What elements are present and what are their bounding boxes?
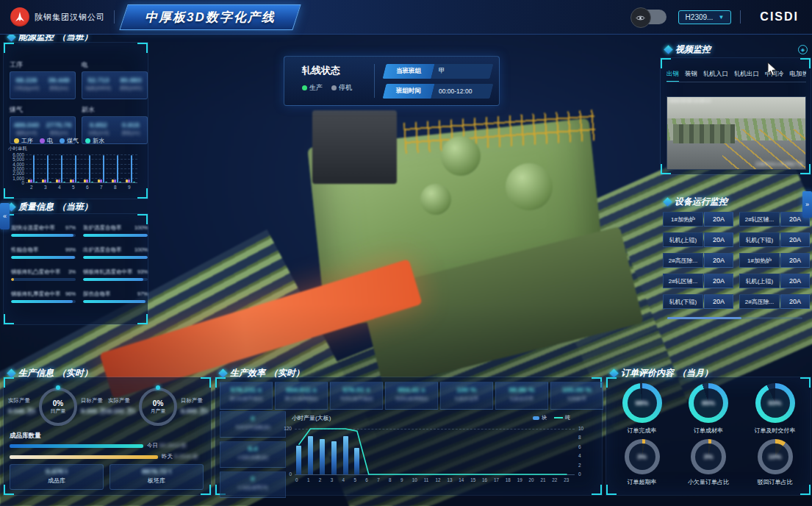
energy-legend-item[interactable]: 电	[40, 137, 53, 145]
device-current-value: 20A	[780, 274, 810, 288]
energy-unit: 累耗(kWh)	[115, 85, 147, 92]
energy-unit: 累耗(tce)	[43, 85, 75, 92]
video-tab[interactable]: 电加热	[790, 70, 807, 79]
panel-video-monitor: 视频监控 ◈ 出钢 装钢 轧机入口 轧机出口	[660, 57, 811, 175]
header-divider	[114, 10, 115, 24]
stat-value: 654.41 s	[386, 385, 437, 393]
bar-prefix: 昨天	[162, 453, 173, 460]
monthly-output-gauge: 实际产量 0.102 万t 0% 月产量 目标产量 5.000 万t	[108, 388, 208, 426]
quality-progress-fill	[11, 256, 75, 259]
quality-progress-fill	[83, 300, 145, 303]
legend-label: 工序	[21, 137, 33, 145]
box-value: 8.4	[220, 444, 285, 452]
device-cell[interactable]: 2#高压除... 20A	[663, 253, 733, 268]
slab-stock-box[interactable]: 8876.72 t 板坯库	[109, 464, 204, 490]
vertical-divider	[374, 64, 375, 98]
donut-chart: 93%	[755, 383, 795, 423]
visibility-toggle[interactable]	[633, 10, 667, 24]
quality-progress-track	[83, 300, 148, 303]
stat-label: 累计轧制周期(s)	[276, 396, 327, 402]
quality-label: 钢板终轧凸度命中率	[11, 268, 61, 276]
quality-percent: 96%	[65, 291, 76, 296]
efficiency-stat-card: 576.01 s 当班轧制节奏(s)	[330, 382, 383, 410]
gauge-label: 订单完成率	[628, 427, 657, 435]
panel-title: 设备运行监控	[675, 196, 727, 208]
energy-value: 68.226	[10, 76, 43, 84]
video-tab[interactable]: 出钢	[667, 70, 679, 79]
efficiency-stat-card: 98.86 % 轧机负荷率	[495, 382, 548, 410]
finished-stock-box[interactable]: 0.476 t 成品库	[10, 464, 104, 490]
status-legend-stop: 停机	[331, 83, 352, 93]
camera-switch-icon[interactable]: ◈	[798, 45, 808, 54]
quality-item: 装炉温度合格率 100%	[83, 224, 148, 237]
stock-label: 成品库	[10, 477, 103, 485]
efficiency-stat-card: 100.00 % 轧制效率	[550, 382, 603, 410]
diamond-icon	[663, 197, 672, 207]
stock-value: 0.476 t	[10, 467, 103, 475]
device-label: 2#轧区辅...	[663, 274, 703, 288]
energy-unit: 煤耗(m³/t)	[10, 130, 43, 137]
video-feed[interactable]: 2023-09-08 10:28:13 汉钢3500mm中厚板产线	[667, 96, 806, 170]
stat-value: 98.86 %	[496, 385, 547, 393]
collapse-left-tab[interactable]: «	[0, 203, 10, 229]
donut-chart: 95%	[689, 383, 728, 423]
legend-label: 煤气	[67, 137, 79, 145]
video-tab[interactable]: 轧机入口	[703, 70, 728, 79]
device-label: 2#高压除...	[739, 294, 780, 309]
energy-unit: 水耗(m³/t)	[82, 130, 115, 137]
collapse-right-tab[interactable]: »	[802, 191, 812, 218]
quality-item: 出炉温度合格率 100%	[83, 246, 148, 259]
energy-value: 6.652	[82, 121, 115, 129]
device-cell[interactable]: 2#轧区辅... 20A	[739, 212, 810, 227]
efficiency-stat-card: 576.231 s 累计轧制节奏(s)	[220, 382, 273, 410]
video-tab[interactable]: 中间冷	[765, 70, 784, 79]
scrollbar-thumb[interactable]	[667, 317, 741, 319]
efficiency-stat-card: 654.41 s 当班轧制周期(s)	[385, 382, 438, 410]
device-cell[interactable]: 轧机(上辊) 20A	[663, 232, 733, 247]
cisdi-logo: CISDI	[760, 10, 799, 24]
device-cell[interactable]: 轧机(下辊) 20A	[663, 294, 733, 309]
device-cell[interactable]: 2#轧区辅... 20A	[663, 274, 733, 288]
quality-progress-track	[83, 234, 148, 237]
shift-time-value: 00:00-12:00	[439, 88, 472, 95]
order-gauge: 98% 订单完成率	[611, 383, 673, 435]
device-cell[interactable]: 1#加热炉 20A	[663, 212, 733, 227]
shift-time-row: 班组时间 00:00-12:00	[383, 84, 494, 99]
video-tab-label: 轧机入口	[703, 70, 728, 77]
legend-label: 生产	[309, 83, 323, 93]
devices-scrollbar[interactable]	[667, 317, 802, 319]
donut-chart: 98%	[622, 383, 662, 423]
energy-legend-item[interactable]: 工序	[14, 137, 33, 145]
device-label: 轧机(上辊)	[663, 232, 703, 247]
video-tab[interactable]: 轧机出口	[734, 70, 759, 79]
today-stock-label: 今日 63.2013 块	[147, 442, 187, 449]
device-cell[interactable]: 轧机(下辊) 20A	[739, 232, 810, 247]
quality-progress-track	[11, 234, 76, 237]
device-cell[interactable]: 2#高压除... 20A	[739, 294, 810, 309]
video-tab[interactable]: 装钢	[685, 70, 697, 79]
legend-dot-icon	[85, 138, 90, 143]
legend-tons: 吨	[554, 414, 570, 421]
legend-blocks: 块	[533, 414, 547, 421]
quality-label: 钢板终轧厚度命中率	[11, 291, 61, 298]
diamond-icon	[7, 368, 16, 378]
panel-quality-info: 质量信息 （当班） 超快冷温度命中率 97% 装炉温度合格率	[3, 213, 148, 325]
shift-label: 当班班组	[396, 67, 421, 76]
energy-legend-item[interactable]: 新水	[85, 137, 104, 145]
legend-dot-icon	[40, 138, 45, 143]
eye-icon	[630, 7, 651, 28]
target-output-label: 目标产量	[181, 397, 208, 405]
device-cell[interactable]: 1#加热炉 20A	[739, 253, 810, 268]
energy-value: 0.915	[115, 121, 147, 129]
device-cell[interactable]: 轧机(上辊) 20A	[739, 274, 810, 288]
device-current-value: 20A	[704, 232, 733, 247]
energy-legend-item[interactable]: 煤气	[60, 137, 79, 145]
heat-number-dropdown[interactable]: H2309... ▼	[678, 10, 732, 24]
device-label: 轧机(下辊)	[739, 232, 780, 247]
hourly-chart-title: 小时产量(大板)	[292, 414, 331, 422]
shift-time-label: 班组时间	[396, 87, 421, 96]
dashboard-page: 陕钢集团汉钢公司 中厚板3D数字化产线 H2309... ▼ CISDI 能源监…	[0, 0, 812, 506]
ring-percent: 0%	[53, 399, 63, 407]
quality-progress-fill	[83, 256, 148, 259]
gauge-label: 订单及时交付率	[755, 427, 796, 435]
